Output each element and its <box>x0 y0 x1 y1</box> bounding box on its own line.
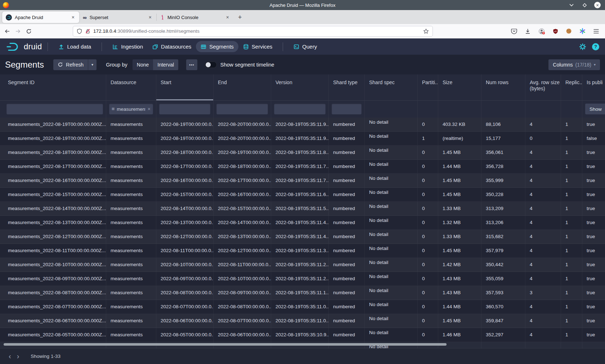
cell-start: 2022-08-15T00:00:00.0... <box>156 188 214 201</box>
segments-view-header: Segments Refresh ▾ Group by None Interva… <box>0 55 605 74</box>
maximize-icon[interactable] <box>581 2 588 8</box>
back-icon[interactable] <box>4 28 10 34</box>
group-by-interval-button[interactable]: Interval <box>153 59 178 70</box>
table-row[interactable]: measurements_2022-08-17T00:00:00.000Z...… <box>0 160 605 174</box>
column-header-num-rows[interactable]: Num rows <box>481 74 525 100</box>
nav-segments[interactable]: Segments <box>196 41 238 52</box>
table-row[interactable]: measurements_2022-08-19T00:00:00.000Z...… <box>0 118 605 132</box>
new-tab-button[interactable]: + <box>238 14 242 21</box>
table-row[interactable]: measurements_2022-08-06T00:00:00.000Z...… <box>0 314 605 328</box>
druid-brand[interactable]: druid <box>24 42 42 51</box>
column-header-start[interactable]: Start <box>156 74 214 100</box>
nav-load-data[interactable]: Load data <box>54 41 96 52</box>
cell-start: 2022-08-14T00:00:00.0... <box>156 202 214 215</box>
column-header-shard-spec[interactable]: Shard spec <box>365 74 418 100</box>
nav-services[interactable]: Services <box>238 41 277 52</box>
columns-picker-button[interactable]: Columns (17/18) ▾ <box>548 59 600 70</box>
cell-shard-spec: No detail <box>365 132 418 145</box>
column-header-is-published[interactable]: Is publi <box>582 74 605 100</box>
druid-logo[interactable] <box>6 42 21 51</box>
extension-asterisk-icon[interactable] <box>579 28 586 34</box>
cell-version: 2022-08-19T05:35:11.7... <box>271 160 329 173</box>
forward-icon[interactable] <box>15 28 21 34</box>
table-row[interactable]: measurements_2022-08-14T00:00:00.000Z...… <box>0 202 605 216</box>
table-row[interactable]: measurements_2022-08-12T00:00:00.000Z...… <box>0 230 605 244</box>
extension-account-icon[interactable] <box>538 28 545 35</box>
column-header-shard-type[interactable]: Shard type <box>329 74 365 100</box>
cell-segment-id: measurements_2022-08-06T00:00:00.000Z... <box>4 314 106 328</box>
segment-id-filter-input[interactable] <box>6 104 103 114</box>
table-row[interactable]: measurements_2022-08-19T00:00:00.000Z...… <box>0 132 605 146</box>
tab-close-icon[interactable]: × <box>71 14 76 20</box>
nav-ingestion[interactable]: Ingestion <box>108 41 148 52</box>
column-header-datasource[interactable]: Datasource <box>106 74 156 100</box>
minimize-icon[interactable] <box>568 2 575 8</box>
close-icon[interactable]: × <box>594 2 601 8</box>
cell-replicas: 1 <box>561 272 582 286</box>
is-published-filter-button[interactable]: Show <box>585 104 605 114</box>
column-header-size[interactable]: Size <box>438 74 481 100</box>
bookmark-star-icon[interactable] <box>423 28 429 34</box>
help-icon[interactable]: ? <box>592 43 599 50</box>
cell-shard-spec: No detail <box>365 216 418 229</box>
column-header-end[interactable]: End <box>214 74 271 100</box>
more-actions-button[interactable]: ••• <box>186 59 197 70</box>
column-header-partition[interactable]: Partiti... <box>418 74 438 100</box>
ublock-icon[interactable]: uO <box>553 28 558 34</box>
cell-replicas: 1 <box>561 202 582 215</box>
tab-close-icon[interactable]: × <box>225 14 230 20</box>
table-row[interactable]: measurements_2022-08-08T00:00:00.000Z...… <box>0 286 605 300</box>
column-header-segment-id[interactable]: Segment ID <box>4 74 106 100</box>
column-header-avg-row-size[interactable]: Avg. row size(bytes) <box>525 74 561 100</box>
cell-segment-id: measurements_2022-08-12T00:00:00.000Z... <box>4 230 106 244</box>
cell-size: 1.45 MB <box>438 174 481 187</box>
end-filter-input[interactable] <box>216 104 268 114</box>
cell-version: 2022-08-19T05:35:11.0... <box>271 314 329 328</box>
cell-datasource: measurements <box>106 216 156 229</box>
tab-superset[interactable]: ∞ Superset × <box>79 12 156 23</box>
tracking-shield-icon[interactable] <box>77 28 82 34</box>
table-row[interactable]: measurements_2022-08-16T00:00:00.000Z...… <box>0 174 605 188</box>
cell-start: 2022-08-08T00:00:00.0... <box>156 286 214 300</box>
table-row[interactable]: measurements_2022-08-15T00:00:00.000Z...… <box>0 188 605 202</box>
group-by-none-button[interactable]: None <box>133 59 153 70</box>
reload-icon[interactable] <box>26 28 32 34</box>
settings-gear-icon[interactable] <box>579 43 586 50</box>
horizontal-scrollbar-thumb[interactable] <box>4 343 447 346</box>
tab-minio-console[interactable]: MinIO Console × <box>157 12 234 23</box>
cookie-icon[interactable] <box>566 28 572 34</box>
url-bar[interactable]: 172.18.0.4:30899/unified-console.html#se… <box>73 26 433 37</box>
start-filter-input[interactable] <box>159 104 210 114</box>
shard-type-filter-input[interactable] <box>332 104 362 114</box>
table-row[interactable]: measurements_2022-08-05T00:00:00.000Z...… <box>0 328 605 342</box>
table-row[interactable]: measurements_2022-08-09T00:00:00.000Z...… <box>0 272 605 286</box>
column-header-version[interactable]: Version <box>271 74 329 100</box>
horizontal-scrollbar-track[interactable] <box>0 343 605 346</box>
segment-timeline-toggle[interactable] <box>205 62 217 68</box>
next-page-button[interactable]: › <box>14 352 22 360</box>
version-filter-input[interactable] <box>274 104 326 114</box>
refresh-button[interactable]: Refresh <box>53 59 88 70</box>
table-row[interactable]: measurements_2022-08-10T00:00:00.000Z...… <box>0 258 605 272</box>
table-row[interactable]: measurements_2022-08-13T00:00:00.000Z...… <box>0 216 605 230</box>
previous-page-button[interactable]: ‹ <box>6 352 14 360</box>
window-titlebar: Apache Druid — Mozilla Firefox × <box>0 0 605 10</box>
download-icon[interactable] <box>525 28 531 34</box>
cell-start: 2022-08-16T00:00:00.0... <box>156 174 214 187</box>
refresh-dropdown-caret[interactable]: ▾ <box>88 59 97 70</box>
datasource-filter-chip[interactable]: = measurements × <box>109 104 153 114</box>
menu-hamburger-icon[interactable] <box>593 29 599 34</box>
table-row[interactable]: measurements_2022-08-07T00:00:00.000Z...… <box>0 300 605 314</box>
nav-query[interactable]: Query <box>289 41 322 52</box>
cell-version: 2022-08-19T05:35:11.4... <box>271 230 329 244</box>
tab-apache-druid[interactable]: Apache Druid × <box>2 12 79 23</box>
tab-close-icon[interactable]: × <box>148 14 153 20</box>
nav-datasources[interactable]: Datasources <box>148 41 196 52</box>
table-row[interactable]: measurements_2022-08-18T00:00:00.000Z...… <box>0 146 605 160</box>
filter-clear-icon[interactable]: × <box>148 106 151 112</box>
insecure-lock-icon[interactable] <box>85 28 90 34</box>
column-header-replicas[interactable]: Replic... <box>561 74 582 100</box>
table-filter-row: = measurements × Show <box>0 101 605 118</box>
pocket-icon[interactable] <box>511 28 517 34</box>
table-row[interactable]: measurements_2022-08-11T00:00:00.000Z...… <box>0 244 605 258</box>
